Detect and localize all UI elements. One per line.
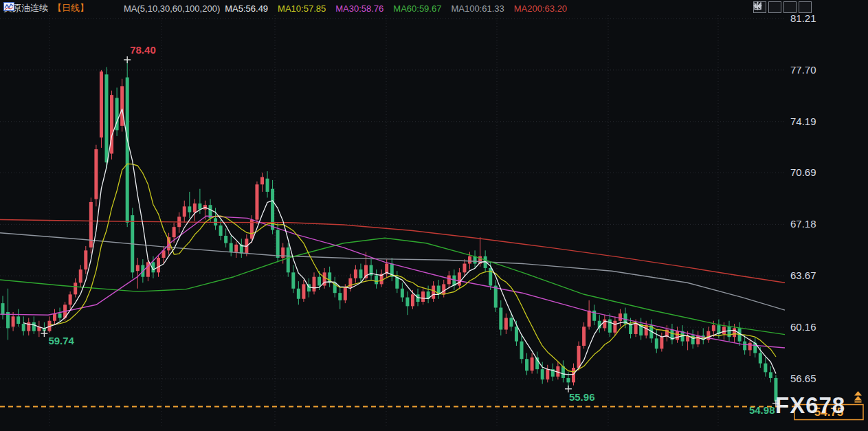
overlay-add-icon[interactable] — [93, 3, 103, 13]
candle — [234, 245, 238, 252]
candle — [468, 256, 471, 264]
candle — [1, 303, 5, 315]
trading-chart-app: 78.4059.7455.9654.9854.7581.2177.7074.19… — [0, 0, 868, 431]
candle — [297, 289, 300, 299]
ma-value-3: MA60:59.67 — [393, 3, 441, 14]
candle — [759, 353, 762, 364]
candle — [84, 250, 87, 269]
candle — [276, 230, 280, 258]
candle — [525, 359, 528, 371]
candle — [619, 313, 622, 321]
candle — [645, 325, 648, 335]
price-chart[interactable]: 78.4059.7455.9654.9854.7581.2177.7074.19… — [0, 0, 868, 431]
candle — [733, 328, 736, 337]
candle — [405, 298, 409, 307]
candle — [603, 320, 606, 329]
y-axis-tick: 60.16 — [790, 321, 816, 333]
header-toolbar — [753, 1, 812, 13]
y-axis-tick: 81.21 — [790, 12, 816, 24]
candle — [774, 378, 777, 401]
candle — [743, 342, 746, 351]
candle — [764, 364, 767, 373]
candle — [748, 343, 752, 351]
y-axis-tick: 74.19 — [790, 115, 816, 127]
candle — [22, 324, 25, 331]
candle — [183, 206, 186, 217]
candle — [520, 342, 524, 360]
y-axis-tick: 70.69 — [790, 166, 816, 178]
candle — [566, 378, 570, 382]
candle — [676, 331, 679, 340]
step-forward-icon[interactable] — [799, 1, 812, 13]
candle — [100, 71, 103, 137]
candle — [577, 346, 581, 368]
chart-type-icon[interactable] — [108, 4, 119, 13]
candle — [94, 149, 98, 199]
candle — [255, 184, 258, 219]
candle — [126, 78, 129, 223]
ma-value-4: MA100:61.33 — [451, 3, 504, 14]
candle — [219, 225, 223, 236]
candle — [515, 327, 518, 341]
candle — [198, 203, 201, 210]
candle — [499, 308, 502, 330]
chart-header: 美原油连续【日线】 MA(5,10,30,60,100,200) MA5:56.… — [3, 2, 567, 14]
candle — [105, 74, 109, 162]
candle — [188, 206, 191, 212]
candle — [338, 293, 342, 300]
candle — [74, 283, 77, 294]
candle — [660, 337, 663, 349]
candle — [696, 335, 700, 344]
candle — [224, 236, 227, 243]
candle — [16, 316, 20, 324]
ma-value-5: MA200:63.20 — [514, 3, 567, 14]
candle — [655, 338, 658, 349]
compress-left-chart-icon[interactable] — [768, 1, 781, 13]
timeframe-label[interactable]: 【日线】 — [53, 2, 89, 14]
candle — [318, 277, 321, 286]
compress-right-chart-icon[interactable] — [783, 1, 797, 13]
candle — [359, 269, 362, 278]
candle — [58, 313, 62, 318]
candle — [588, 311, 591, 327]
candle — [769, 372, 772, 378]
candle — [572, 368, 575, 382]
candle — [173, 227, 176, 237]
candle — [395, 277, 399, 289]
y-axis-tick: 67.18 — [790, 218, 816, 230]
candle — [458, 272, 461, 285]
candle — [504, 318, 508, 329]
candle — [634, 324, 638, 334]
price-annotation-55.96: 55.96 — [569, 391, 595, 403]
candle — [120, 86, 124, 126]
candle — [509, 318, 513, 327]
candle — [260, 177, 264, 185]
chart-background — [0, 0, 868, 431]
candle — [230, 243, 233, 252]
ma-values: MA5:56.49MA10:57.85MA30:58.76MA60:59.67M… — [225, 3, 567, 14]
candle — [302, 284, 305, 298]
candle — [287, 247, 290, 272]
candle — [442, 284, 445, 294]
candle — [447, 276, 451, 285]
candle — [266, 179, 269, 192]
candle — [157, 258, 160, 272]
candle — [12, 316, 15, 327]
candle — [463, 264, 466, 273]
y-axis-tick: 63.67 — [790, 269, 816, 281]
candle — [136, 265, 140, 272]
candle — [344, 287, 347, 300]
y-axis-tick: 56.65 — [790, 373, 816, 384]
candle — [291, 272, 295, 288]
candle — [712, 325, 715, 331]
candle — [421, 291, 425, 302]
candle — [722, 327, 726, 334]
candle — [313, 277, 316, 291]
candle — [193, 203, 197, 212]
candle — [375, 276, 378, 285]
ma-value-0: MA5:56.49 — [225, 3, 268, 14]
price-annotation-78.40: 78.40 — [130, 44, 156, 56]
candle — [354, 269, 357, 278]
candle — [494, 286, 498, 308]
candle — [541, 369, 544, 379]
